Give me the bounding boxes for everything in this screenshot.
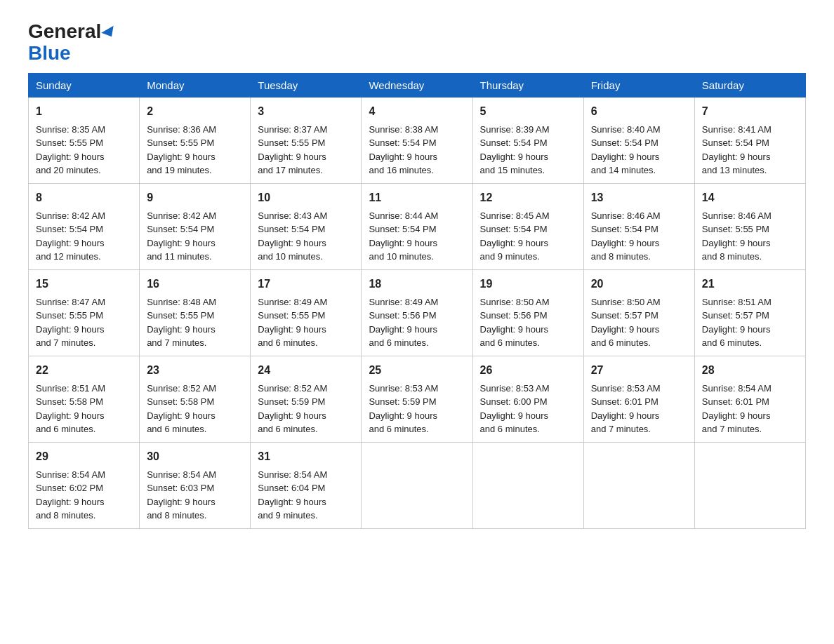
week-row-3: 15 Sunrise: 8:47 AM Sunset: 5:55 PM Dayl…: [29, 269, 806, 356]
day-number: 19: [480, 276, 576, 293]
weekday-header-tuesday: Tuesday: [251, 73, 362, 97]
weekday-header-saturday: Saturday: [694, 73, 805, 97]
calendar-cell: 17 Sunrise: 8:49 AM Sunset: 5:55 PM Dayl…: [251, 269, 362, 356]
calendar-cell: 18 Sunrise: 8:49 AM Sunset: 5:56 PM Dayl…: [362, 269, 472, 356]
day-number: 28: [702, 362, 798, 379]
logo: General Blue: [28, 21, 117, 65]
day-info: Sunrise: 8:38 AM Sunset: 5:54 PM Dayligh…: [369, 123, 465, 177]
calendar-cell: 30 Sunrise: 8:54 AM Sunset: 6:03 PM Dayl…: [140, 442, 251, 528]
day-info: Sunrise: 8:49 AM Sunset: 5:55 PM Dayligh…: [258, 295, 354, 350]
calendar-cell: 3 Sunrise: 8:37 AM Sunset: 5:55 PM Dayli…: [251, 97, 362, 183]
calendar-cell: 31 Sunrise: 8:54 AM Sunset: 6:04 PM Dayl…: [251, 442, 362, 528]
day-number: 24: [258, 362, 354, 379]
day-info: Sunrise: 8:54 AM Sunset: 6:02 PM Dayligh…: [36, 468, 132, 523]
day-info: Sunrise: 8:37 AM Sunset: 5:55 PM Dayligh…: [258, 123, 354, 177]
day-number: 23: [147, 362, 243, 379]
day-info: Sunrise: 8:53 AM Sunset: 5:59 PM Dayligh…: [369, 382, 465, 436]
day-number: 15: [36, 276, 132, 293]
calendar-cell: 1 Sunrise: 8:35 AM Sunset: 5:55 PM Dayli…: [29, 97, 140, 183]
day-number: 7: [702, 103, 798, 120]
week-row-5: 29 Sunrise: 8:54 AM Sunset: 6:02 PM Dayl…: [29, 442, 806, 528]
calendar-cell: [472, 442, 583, 528]
week-row-2: 8 Sunrise: 8:42 AM Sunset: 5:54 PM Dayli…: [29, 183, 806, 269]
day-info: Sunrise: 8:47 AM Sunset: 5:55 PM Dayligh…: [36, 295, 132, 350]
day-number: 21: [702, 276, 798, 293]
day-number: 26: [480, 362, 576, 379]
page-header: General Blue: [28, 21, 806, 65]
day-info: Sunrise: 8:51 AM Sunset: 5:57 PM Dayligh…: [702, 295, 798, 350]
calendar-cell: 27 Sunrise: 8:53 AM Sunset: 6:01 PM Dayl…: [583, 356, 694, 442]
calendar-cell: 2 Sunrise: 8:36 AM Sunset: 5:55 PM Dayli…: [140, 97, 251, 183]
weekday-header-row: SundayMondayTuesdayWednesdayThursdayFrid…: [29, 73, 806, 97]
calendar-cell: 12 Sunrise: 8:45 AM Sunset: 5:54 PM Dayl…: [472, 183, 583, 269]
day-info: Sunrise: 8:48 AM Sunset: 5:55 PM Dayligh…: [147, 295, 243, 350]
calendar-cell: 13 Sunrise: 8:46 AM Sunset: 5:54 PM Dayl…: [583, 183, 694, 269]
day-info: Sunrise: 8:46 AM Sunset: 5:55 PM Dayligh…: [702, 209, 798, 264]
calendar-cell: [694, 442, 805, 528]
calendar-cell: 29 Sunrise: 8:54 AM Sunset: 6:02 PM Dayl…: [29, 442, 140, 528]
calendar-table: SundayMondayTuesdayWednesdayThursdayFrid…: [28, 73, 806, 529]
day-info: Sunrise: 8:50 AM Sunset: 5:57 PM Dayligh…: [591, 295, 687, 350]
day-info: Sunrise: 8:41 AM Sunset: 5:54 PM Dayligh…: [702, 123, 798, 177]
day-info: Sunrise: 8:42 AM Sunset: 5:54 PM Dayligh…: [36, 209, 132, 264]
calendar-cell: 28 Sunrise: 8:54 AM Sunset: 6:01 PM Dayl…: [694, 356, 805, 442]
calendar-cell: 19 Sunrise: 8:50 AM Sunset: 5:56 PM Dayl…: [472, 269, 583, 356]
weekday-header-sunday: Sunday: [29, 73, 140, 97]
day-info: Sunrise: 8:52 AM Sunset: 5:59 PM Dayligh…: [258, 382, 354, 436]
weekday-header-wednesday: Wednesday: [362, 73, 472, 97]
day-number: 12: [480, 189, 576, 206]
calendar-cell: 11 Sunrise: 8:44 AM Sunset: 5:54 PM Dayl…: [362, 183, 472, 269]
calendar-cell: 15 Sunrise: 8:47 AM Sunset: 5:55 PM Dayl…: [29, 269, 140, 356]
logo-text: General Blue: [28, 21, 117, 65]
logo-arrow-icon: [102, 25, 118, 39]
calendar-cell: 5 Sunrise: 8:39 AM Sunset: 5:54 PM Dayli…: [472, 97, 583, 183]
day-info: Sunrise: 8:43 AM Sunset: 5:54 PM Dayligh…: [258, 209, 354, 264]
day-number: 2: [147, 103, 243, 120]
day-number: 14: [702, 189, 798, 206]
calendar-cell: 7 Sunrise: 8:41 AM Sunset: 5:54 PM Dayli…: [694, 97, 805, 183]
day-number: 27: [591, 362, 687, 379]
calendar-cell: 4 Sunrise: 8:38 AM Sunset: 5:54 PM Dayli…: [362, 97, 472, 183]
day-number: 13: [591, 189, 687, 206]
day-number: 31: [258, 448, 354, 465]
week-row-4: 22 Sunrise: 8:51 AM Sunset: 5:58 PM Dayl…: [29, 356, 806, 442]
calendar-cell: 16 Sunrise: 8:48 AM Sunset: 5:55 PM Dayl…: [140, 269, 251, 356]
day-number: 29: [36, 448, 132, 465]
day-number: 1: [36, 103, 132, 120]
calendar-cell: 22 Sunrise: 8:51 AM Sunset: 5:58 PM Dayl…: [29, 356, 140, 442]
day-info: Sunrise: 8:54 AM Sunset: 6:03 PM Dayligh…: [147, 468, 243, 523]
logo-blue: Blue: [28, 42, 71, 64]
calendar-cell: 20 Sunrise: 8:50 AM Sunset: 5:57 PM Dayl…: [583, 269, 694, 356]
day-number: 22: [36, 362, 132, 379]
day-info: Sunrise: 8:53 AM Sunset: 6:00 PM Dayligh…: [480, 382, 576, 436]
calendar-cell: 9 Sunrise: 8:42 AM Sunset: 5:54 PM Dayli…: [140, 183, 251, 269]
calendar-cell: 24 Sunrise: 8:52 AM Sunset: 5:59 PM Dayl…: [251, 356, 362, 442]
day-number: 8: [36, 189, 132, 206]
day-number: 6: [591, 103, 687, 120]
day-info: Sunrise: 8:36 AM Sunset: 5:55 PM Dayligh…: [147, 123, 243, 177]
calendar-cell: 23 Sunrise: 8:52 AM Sunset: 5:58 PM Dayl…: [140, 356, 251, 442]
day-number: 9: [147, 189, 243, 206]
day-info: Sunrise: 8:54 AM Sunset: 6:01 PM Dayligh…: [702, 382, 798, 436]
day-number: 10: [258, 189, 354, 206]
calendar-cell: [583, 442, 694, 528]
day-number: 20: [591, 276, 687, 293]
weekday-header-friday: Friday: [583, 73, 694, 97]
day-number: 16: [147, 276, 243, 293]
calendar-cell: 26 Sunrise: 8:53 AM Sunset: 6:00 PM Dayl…: [472, 356, 583, 442]
day-number: 4: [369, 103, 465, 120]
day-info: Sunrise: 8:52 AM Sunset: 5:58 PM Dayligh…: [147, 382, 243, 436]
day-number: 11: [369, 189, 465, 206]
day-number: 25: [369, 362, 465, 379]
day-info: Sunrise: 8:53 AM Sunset: 6:01 PM Dayligh…: [591, 382, 687, 436]
day-info: Sunrise: 8:54 AM Sunset: 6:04 PM Dayligh…: [258, 468, 354, 523]
calendar-cell: 25 Sunrise: 8:53 AM Sunset: 5:59 PM Dayl…: [362, 356, 472, 442]
calendar-cell: 21 Sunrise: 8:51 AM Sunset: 5:57 PM Dayl…: [694, 269, 805, 356]
calendar-cell: [362, 442, 472, 528]
day-number: 5: [480, 103, 576, 120]
day-info: Sunrise: 8:45 AM Sunset: 5:54 PM Dayligh…: [480, 209, 576, 264]
day-info: Sunrise: 8:51 AM Sunset: 5:58 PM Dayligh…: [36, 382, 132, 436]
day-info: Sunrise: 8:49 AM Sunset: 5:56 PM Dayligh…: [369, 295, 465, 350]
day-info: Sunrise: 8:44 AM Sunset: 5:54 PM Dayligh…: [369, 209, 465, 264]
week-row-1: 1 Sunrise: 8:35 AM Sunset: 5:55 PM Dayli…: [29, 97, 806, 183]
